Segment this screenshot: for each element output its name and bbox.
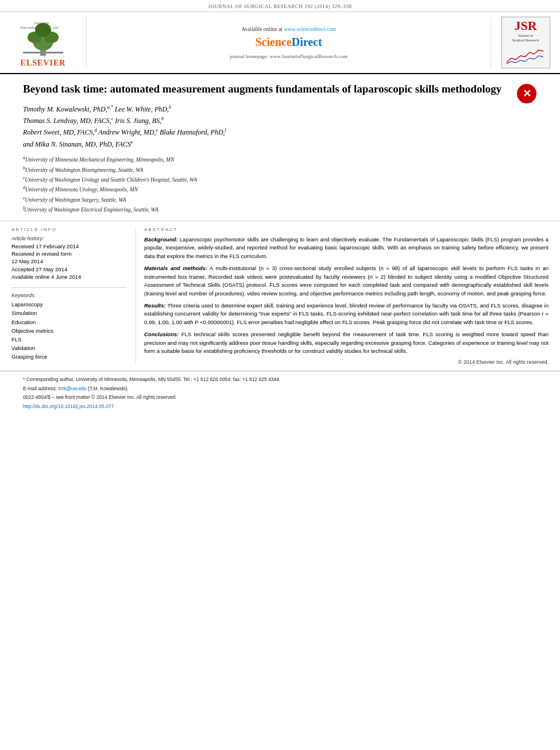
footer-section: * Corresponding author. University of Mi…: [0, 371, 560, 416]
keyword-fls: FLS: [11, 335, 126, 344]
article-info-heading: Article Info: [11, 227, 126, 232]
authors-list: Timothy M. Kowalewski, PhD,a,* Lee W. Wh…: [23, 103, 537, 151]
keyword-simulation: Simulation: [11, 309, 126, 317]
abstract-results: Results: Three criteria used to determin…: [144, 302, 549, 327]
abstract-text: Background: Laparoscopic psychomotor ski…: [144, 236, 549, 356]
crossmark-icon: ✕ CrossMark: [516, 83, 537, 104]
paper-title: Beyond task time: automated measurement …: [23, 82, 537, 97]
issn-line: 0022-4804/$ – see front matter © 2014 El…: [23, 394, 537, 402]
jsr-logo-area: JSR Journal ofSurgical Research: [497, 17, 554, 68]
corresponding-author-note: * Corresponding author. University of Mi…: [23, 376, 537, 384]
svg-text:sed: sed: [53, 25, 59, 30]
doi-line: http://dx.doi.org/10.1016/j.jss.2014.05.…: [23, 403, 537, 411]
elsevier-logo-area: Non solus sed nusquam ELSEVIER: [6, 17, 80, 68]
abstract-column: Abstract Background: Laparoscopic psycho…: [136, 227, 549, 365]
journal-homepage-text: journal homepage: www.JournalofSurgicalR…: [230, 53, 347, 59]
article-revised: Received in revised form12 May 2014: [11, 250, 126, 266]
article-available-online: Available online 4 June 2014: [11, 273, 126, 280]
article-info-column: Article Info Article history: Received 1…: [11, 227, 126, 365]
jsr-abbreviation: JSR: [514, 20, 536, 32]
sciencedirect-url[interactable]: www.sciencedirect.com: [284, 26, 336, 32]
jsr-chart-icon: [505, 45, 546, 66]
affiliations-list: aUniversity of Minnesota Mechanical Engi…: [23, 155, 537, 214]
abstract-methods: Materials and methods: A multi-instituti…: [144, 264, 549, 298]
abstract-background: Background: Laparoscopic psychomotor ski…: [144, 236, 549, 261]
title-section: ✕ CrossMark Beyond task time: automated …: [0, 74, 560, 221]
svg-text:Non solus: Non solus: [20, 25, 36, 30]
article-received: Received 17 February 2014: [11, 243, 126, 250]
keywords-block: Keywords: Laparoscopy Simulation Educati…: [11, 293, 126, 361]
jsr-full-name: Journal ofSurgical Research: [512, 33, 539, 43]
header-section: Non solus sed nusquam ELSEVIER Available…: [0, 12, 560, 74]
journal-top-bar: Journal of Surgical Research 192 (2014) …: [0, 0, 560, 12]
svg-rect-5: [23, 52, 63, 53]
article-history-label: Article history:: [11, 236, 126, 241]
available-online-text: Available online at www.sciencedirect.co…: [241, 26, 336, 32]
sciencedirect-logo: ScienceDirect: [255, 36, 322, 49]
elsevier-tree-icon: Non solus sed nusquam: [17, 17, 69, 57]
keyword-education: Education: [11, 318, 126, 326]
keyword-validation: Validation: [11, 344, 126, 352]
elsevier-wordmark: ELSEVIER: [21, 59, 66, 68]
email-line: E-mail address: tmk@uw.edu (T.M. Kowalew…: [23, 385, 537, 393]
abstract-heading: Abstract: [144, 227, 549, 232]
info-divider: [11, 287, 126, 288]
article-accepted: Accepted 27 May 2014: [11, 266, 126, 273]
article-history-block: Article history: Received 17 February 20…: [11, 236, 126, 280]
keyword-laparoscopy: Laparoscopy: [11, 300, 126, 309]
keywords-label: Keywords:: [11, 293, 126, 298]
main-content: Article Info Article history: Received 1…: [0, 221, 560, 371]
author-email-link[interactable]: tmk@uw.edu: [58, 386, 86, 391]
svg-text:✕: ✕: [523, 88, 531, 99]
elsevier-logo: Non solus sed nusquam ELSEVIER: [17, 17, 69, 68]
keyword-grasping-force: Grasping force: [11, 352, 126, 361]
copyright-line: © 2014 Elsevier Inc. All rights reserved…: [144, 359, 549, 365]
abstract-conclusions: Conclusions: FLS technical skills scores…: [144, 330, 549, 356]
svg-text:CrossMark: CrossMark: [521, 101, 532, 103]
keyword-objective-metrics: Objective metrics: [11, 326, 126, 335]
journal-citation: Journal of Surgical Research 192 (2014) …: [208, 3, 352, 9]
doi-link[interactable]: http://dx.doi.org/10.1016/j.jss.2014.05.…: [23, 403, 114, 409]
svg-text:nusquam: nusquam: [34, 21, 49, 25]
sciencedirect-area: Available online at www.sciencedirect.co…: [86, 17, 491, 68]
jsr-logo: JSR Journal ofSurgical Research: [501, 17, 550, 68]
